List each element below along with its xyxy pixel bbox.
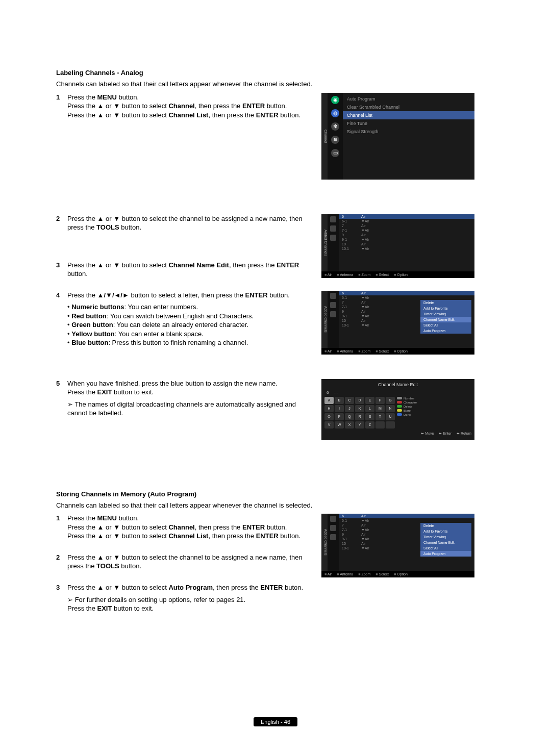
osd-footer-item: Option bbox=[394, 349, 408, 353]
step-5: 5 When you have finished, press the blue… bbox=[56, 379, 311, 418]
signal-icon: ≋ bbox=[331, 136, 339, 144]
text: button to exit. bbox=[112, 388, 154, 396]
osd-menu-item: Auto Program bbox=[343, 95, 474, 103]
osd-popup-item: Delete bbox=[420, 300, 471, 306]
bullet: Red button: You can switch between Engli… bbox=[67, 312, 311, 321]
note: For further details on setting up option… bbox=[67, 595, 311, 604]
key: K bbox=[355, 405, 364, 412]
step-4: 4 Press the ▲/▼/◄/► button to select a l… bbox=[56, 291, 311, 347]
osd-footer-item: Option bbox=[394, 572, 408, 576]
key: J bbox=[345, 405, 354, 412]
osd-footer-item: Select bbox=[375, 349, 389, 353]
osd-list-icons bbox=[328, 214, 339, 271]
osd-footer: AirAntennaZoomSelectOption bbox=[321, 271, 474, 278]
osd-list-icons bbox=[328, 514, 339, 571]
osd-popup-item: Channel Name Edit bbox=[420, 540, 471, 545]
key: C bbox=[345, 397, 354, 404]
osd-icon-bar: ◉ ◍ ✻ ≋ ▭ bbox=[328, 93, 343, 180]
bullet: Yellow button: You can enter a blank spa… bbox=[67, 330, 311, 339]
text: button to exit. bbox=[112, 604, 154, 612]
osd-popup-item: Auto Program bbox=[420, 328, 471, 334]
key: W bbox=[335, 421, 344, 429]
text: Channel bbox=[168, 102, 194, 110]
key: Z bbox=[365, 421, 374, 429]
section-intro: Channels can labeled so that their call … bbox=[56, 80, 495, 89]
text: Press the ▲ or ▼ button to select bbox=[67, 111, 168, 119]
osd-footer-item: Zoom bbox=[358, 349, 370, 353]
osd-row: 9Air bbox=[339, 233, 474, 237]
bullet: Blue button: Press this button to finish… bbox=[67, 338, 311, 347]
text: Press the bbox=[67, 514, 97, 522]
text: Channel List bbox=[168, 111, 208, 119]
text: ENTER bbox=[245, 291, 267, 299]
text: , then press the bbox=[195, 102, 242, 110]
osd-footer-item: Antenna bbox=[337, 572, 353, 576]
text: Press the ▲ or ▼ button to select bbox=[67, 261, 168, 269]
text: button. bbox=[279, 111, 300, 119]
text: button to select a letter, then press th… bbox=[129, 291, 245, 299]
osd-channel-list-popup: Added Channels 6Air6-1▼Air7Air7-1▼Air9Ai… bbox=[321, 291, 474, 355]
osd-row: 7-1▼Air bbox=[339, 228, 474, 233]
osd-row: 10Air bbox=[339, 242, 474, 246]
text: ENTER bbox=[256, 111, 279, 119]
key: F bbox=[375, 397, 385, 404]
text: button. bbox=[268, 291, 290, 299]
list-icon: ▭ bbox=[331, 149, 339, 157]
osd-title: Channel Name Edit bbox=[324, 382, 471, 387]
keyboard-legend: NumberCharacterDeleteBlankDone bbox=[397, 397, 417, 429]
osd-name-edit-keyboard: Channel Name Edit 6 --- ABCDEFGHIJKLMNOP… bbox=[321, 379, 474, 440]
bullet: Green button: You can delete an already … bbox=[67, 320, 311, 330]
text: When you have finished, press the blue b… bbox=[67, 379, 311, 388]
osd-popup-item: Add to Favorite bbox=[420, 528, 471, 534]
text: button. bbox=[279, 532, 300, 540]
channel-number: 6 bbox=[327, 390, 329, 395]
osd-footer-item: Zoom bbox=[358, 572, 370, 576]
text: EXIT bbox=[97, 604, 112, 612]
text: TOOLS bbox=[96, 223, 119, 231]
text: Channel Name Edit bbox=[168, 261, 229, 269]
osd-footer-item: Antenna bbox=[337, 273, 353, 276]
text: Press the bbox=[67, 388, 97, 396]
osd-side-label: Channel bbox=[321, 93, 328, 180]
text: , then press the bbox=[208, 532, 256, 540]
page-footer: English - 46 bbox=[0, 718, 551, 725]
osd-row: 6Air bbox=[339, 214, 474, 219]
step-2: 2 Press the ▲ or ▼ button to select the … bbox=[56, 214, 311, 232]
osd-menu-item: Fine Tune bbox=[343, 119, 474, 128]
globe-icon: ◍ bbox=[331, 109, 339, 117]
step-3: 3 Press the ▲ or ▼ button to select Chan… bbox=[56, 261, 311, 279]
key: Y bbox=[355, 421, 364, 429]
text: ENTER bbox=[260, 584, 283, 591]
text: Press the ▲ or ▼ button to select bbox=[67, 102, 168, 110]
key: N bbox=[386, 405, 395, 412]
key: P bbox=[335, 413, 344, 420]
text: button. bbox=[117, 514, 139, 522]
osd-footer-item: Select bbox=[375, 572, 389, 576]
osd-menu-item: Clear Scrambled Channel bbox=[343, 103, 474, 111]
key bbox=[375, 421, 385, 429]
osd-row: 6-1▼Air bbox=[339, 518, 474, 523]
osd-footer-item: Option bbox=[394, 273, 408, 276]
osd-row: 6-1▼Air bbox=[339, 295, 474, 300]
text: Press the bbox=[67, 93, 97, 101]
text: Press the ▲ or ▼ button to select bbox=[67, 523, 168, 531]
text: Press the bbox=[67, 291, 97, 299]
osd-row: 6-1▼Air bbox=[339, 219, 474, 223]
text: ENTER bbox=[242, 523, 265, 531]
key bbox=[386, 421, 395, 429]
text: , then press the bbox=[213, 584, 260, 591]
osd-channel-list-popup2: Added Channels 6Air6-1▼Air7Air7-1▼Air9Ai… bbox=[321, 514, 474, 577]
text: Press the bbox=[67, 604, 97, 612]
key: X bbox=[345, 421, 354, 429]
step-1: 1 Press the MENU button. Press the ▲ or … bbox=[56, 93, 311, 120]
key: A bbox=[324, 397, 334, 404]
kbd-foot-item: ⬌ Move bbox=[421, 432, 434, 436]
text: ▲/▼/◄/► bbox=[97, 291, 129, 299]
text: Channel bbox=[168, 523, 194, 531]
key: D bbox=[355, 397, 364, 404]
legend-item: Delete bbox=[397, 405, 417, 408]
keyboard-keys: ABCDEFGHIJKLMNOPQRSTUVWXYZ bbox=[324, 397, 395, 429]
text: Channel List bbox=[168, 532, 208, 540]
text: ENTER bbox=[242, 102, 265, 110]
key: R bbox=[355, 413, 364, 420]
